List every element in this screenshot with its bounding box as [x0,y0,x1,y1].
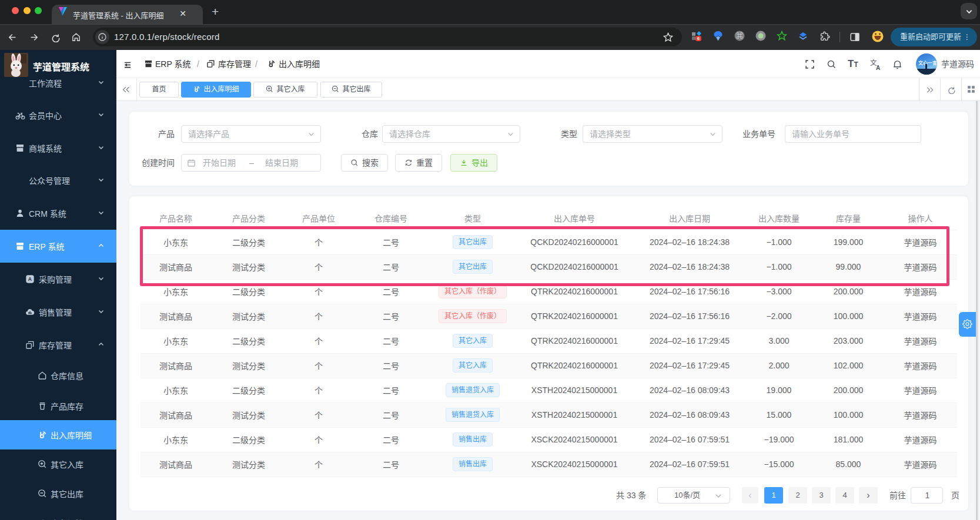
svg-text:⌘: ⌘ [737,32,743,39]
svg-text:6: 6 [697,36,700,41]
svg-text:A: A [876,65,880,71]
svg-text:A: A [28,276,32,282]
